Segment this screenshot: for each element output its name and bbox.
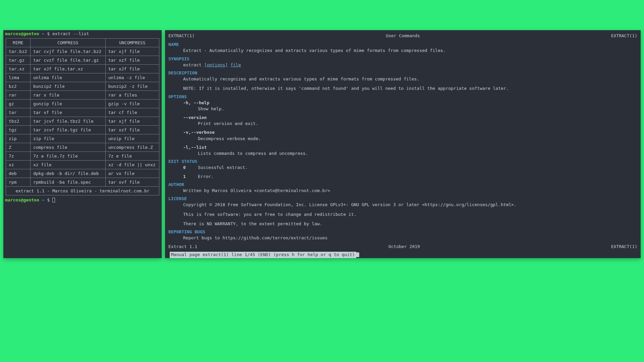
license-text-3: There is NO WARRANTY, to the extent perm… (168, 221, 637, 227)
table-cell: xz file (30, 161, 105, 169)
table-cell: gunzip file (30, 100, 105, 108)
table-cell: rar (6, 91, 31, 100)
extract-list-table: MIME COMPRESS UNCOMPRESS tar.bz2tar cvjf… (6, 38, 159, 195)
man-head-left: EXTRACT(1) (168, 33, 195, 39)
table-row: tartar xf filetar cf file (6, 108, 159, 117)
table-cell: tar xjf file (105, 117, 159, 126)
prompt-host: gentoo (23, 197, 39, 202)
table-cell: gzip -v file (105, 100, 159, 108)
option-version: --version (168, 115, 637, 121)
table-cell: rpm (6, 178, 31, 187)
prompt-user: marcos (5, 197, 21, 202)
man-header: EXTRACT(1) User Commands EXTRACT(1) (168, 32, 637, 40)
table-cell: dpkg-deb -b dir/ file.deb (30, 169, 105, 178)
synopsis-cmd: extract (183, 62, 202, 67)
table-row: tgztar zcvf file.tgz filetar xzf file (6, 126, 159, 134)
name-text: Extract - Automatically recognizes and e… (168, 48, 637, 54)
table-cell: tar.xz (6, 65, 31, 73)
table-cell: tar (6, 108, 31, 117)
exit-desc-0: Successful extract. (198, 165, 248, 171)
prompt-line-bottom[interactable]: marcos@gentoo ~ $ (4, 197, 161, 203)
table-row: tar.bz2tar cvjf file file.tar.bz2tar xjf… (6, 47, 159, 56)
table-cell: unzip file (105, 134, 159, 143)
table-cell: xz -d file || unxz (105, 161, 159, 169)
table-cell: tar zcvf file.tgz file (30, 126, 105, 134)
right-terminal-manpage[interactable]: EXTRACT(1) User Commands EXTRACT(1) NAME… (165, 30, 641, 258)
table-row: gzgunzip filegzip -v file (6, 100, 159, 108)
man-foot-center: October 2019 (388, 244, 420, 250)
table-cell: 7z e file (105, 152, 159, 161)
section-synopsis: SYNOPSIS (168, 56, 637, 62)
cursor-icon (52, 198, 55, 202)
synopsis-line: extract [options] file (168, 62, 637, 68)
table-cell: uncompress file.Z (105, 143, 159, 152)
table-cell: deb (6, 169, 31, 178)
table-row: debdpkg-deb -b dir/ file.debar vx file (6, 169, 159, 178)
table-row: rarrar x filerar a files (6, 91, 159, 100)
table-cell: tar xzf file (105, 126, 159, 134)
table-cell: tar xvf file (105, 178, 159, 187)
table-cell: tar xf file (30, 108, 105, 117)
left-terminal[interactable]: marcos@gentoo ~ $ extract --list MIME CO… (3, 30, 162, 258)
table-footer: extract 1.1 - Marcos Oliveira - terminal… (6, 187, 159, 195)
table-cell: zip (6, 134, 31, 143)
table-cell: xz (6, 161, 31, 169)
table-cell: tar cvzf file file.tar.gz (30, 56, 105, 65)
cursor-icon (356, 252, 359, 257)
exit-desc-1: Error. (198, 174, 214, 180)
table-cell: tar xJf file.tar.xz (30, 65, 105, 73)
option-verbose-desc: Decompress verbose mode. (168, 136, 637, 142)
table-cell: compress file (30, 143, 105, 152)
prompt-at: @ (21, 31, 23, 36)
prompt-line-top: marcos@gentoo ~ $ extract --list (4, 31, 161, 37)
table-cell: rpmbuild -ba file.spec (30, 178, 105, 187)
man-foot-right: EXTRACT(1) (611, 244, 637, 250)
bugs-text: Report bugs to https://github.com/terroo… (168, 235, 637, 241)
section-license: LICENSE (168, 196, 637, 202)
table-cell: tar xjf file (105, 47, 159, 56)
man-footer: Extract 1.1 October 2019 EXTRACT(1) (168, 243, 637, 250)
license-text-1: Copyright © 2018 Free Software Foundatio… (168, 202, 637, 208)
exit-code-0: 0 (183, 165, 198, 171)
command-text: extract --list (52, 31, 89, 36)
table-cell: lzma (6, 73, 31, 82)
option-list: -l,--list (168, 144, 637, 150)
table-cell: unlzma file (30, 73, 105, 82)
section-options: OPTIONS (168, 94, 637, 100)
table-cell: tar.gz (6, 56, 31, 65)
exit-row-1: 1 Error. (168, 174, 637, 180)
table-row: bz2bunzip2 filebunzip2 -z file (6, 82, 159, 91)
prompt-host: gentoo (23, 31, 39, 36)
option-version-desc: Print version and exit. (168, 121, 637, 127)
exit-code-1: 1 (183, 174, 198, 180)
table-cell: bunzip2 file (30, 82, 105, 91)
section-bugs: REPORTING BUGS (168, 229, 637, 235)
table-row: lzmaunlzma fileunlzma -z file (6, 73, 159, 82)
table-cell: tar cf file (105, 108, 159, 117)
table-cell: 7z (6, 152, 31, 161)
table-cell: tar jcvf file.tbz2 file (30, 117, 105, 126)
col-uncompress: UNCOMPRESS (105, 39, 159, 47)
prompt-user: marcos (5, 31, 21, 36)
table-cell: tar xJf file (105, 65, 159, 73)
option-help-desc: Show help. (168, 106, 637, 112)
table-row: rpmrpmbuild -ba file.spectar xvf file (6, 178, 159, 187)
table-header-row: MIME COMPRESS UNCOMPRESS (6, 39, 159, 47)
man-status-bar: Manual page extract(1) line 1/45 (END) (… (168, 250, 637, 258)
man-status-text: Manual page extract(1) line 1/45 (END) (… (170, 252, 356, 258)
table-cell: tbz2 (6, 117, 31, 126)
col-compress: COMPRESS (30, 39, 105, 47)
description-text: Automatically recognizes and extracts va… (168, 76, 637, 82)
man-head-right: EXTRACT(1) (611, 33, 637, 39)
prompt-dollar: $ (47, 197, 50, 202)
table-cell: zip file (30, 134, 105, 143)
table-cell: tar.bz2 (6, 47, 31, 56)
table-cell: bunzip2 -z file (105, 82, 159, 91)
table-cell: rar a files (105, 91, 159, 100)
table-cell: tar cvjf file file.tar.bz2 (30, 47, 105, 56)
prompt-dollar: $ (47, 31, 50, 36)
table-row: zipzip fileunzip file (6, 134, 159, 143)
man-head-center: User Commands (386, 33, 420, 39)
table-row: 7z7z a file.7z file7z e file (6, 152, 159, 161)
section-exit-status: EXIT STATUS (168, 159, 637, 165)
